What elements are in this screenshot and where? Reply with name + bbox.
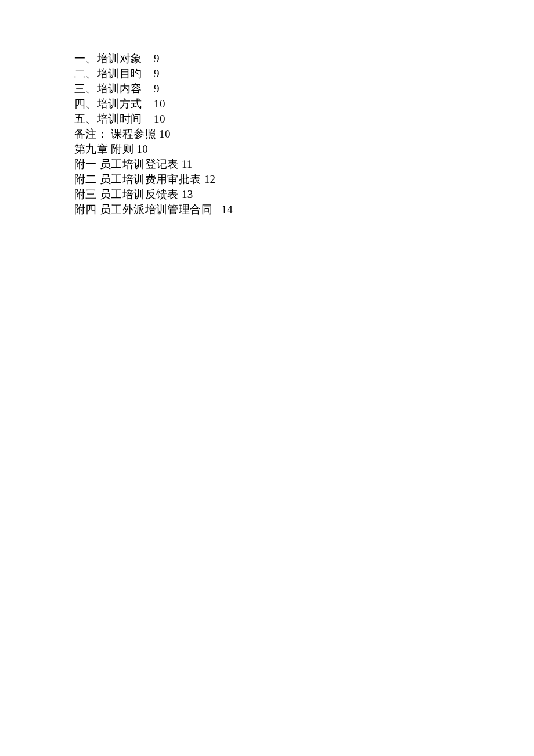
toc-entry: 三、培训内容 9 [74,81,534,96]
toc-entry: 附四 员工外派培训管理合同 14 [74,202,534,217]
toc-entry: 一、培训对象 9 [74,51,534,66]
toc-entry: 附三 员工培训反馈表 13 [74,187,534,202]
toc-entry: 四、培训方式 10 [74,96,534,111]
toc-entry: 第九章 附则 10 [74,142,534,157]
toc-entry: 附一 员工培训登记表 11 [74,157,534,172]
toc-entry: 备注： 课程参照 10 [74,127,534,142]
toc-entry: 附二 员工培训费用审批表 12 [74,172,534,187]
toc-entry: 五、培训时间 10 [74,111,534,127]
table-of-contents: 一、培训对象 9 二、培训目旳 9 三、培训内容 9 四、培训方式 10 五、培… [74,51,534,217]
toc-entry: 二、培训目旳 9 [74,66,534,81]
